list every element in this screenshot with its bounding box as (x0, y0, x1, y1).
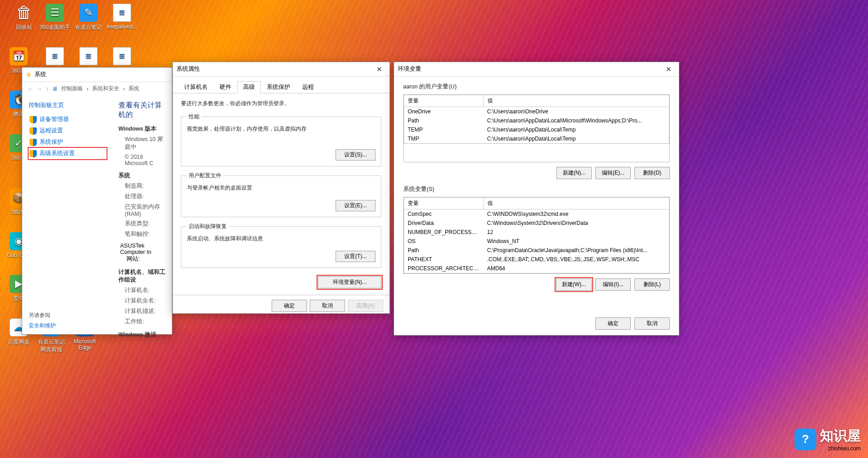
tab-advanced[interactable]: 高级 (237, 81, 261, 93)
winver-line: Windows 10 家庭中 (125, 136, 166, 151)
tab-hardware[interactable]: 硬件 (214, 81, 237, 93)
sys-row: 已安装的内存(RAM) (125, 203, 166, 217)
nav-back-icon[interactable]: ← (28, 86, 33, 92)
startup-settings-button[interactable]: 设置(T)... (336, 251, 375, 262)
table-row[interactable]: TEMPC:\Users\aaron\AppData\Local\Temp (404, 125, 669, 134)
sys-row: 制造商: (125, 182, 166, 190)
new-sys-button[interactable]: 新建(W)... (556, 278, 592, 291)
watermark-icon: ? (795, 429, 816, 450)
tabs: 计算机名 硬件 高级 系统保护 远程 (173, 77, 390, 93)
var-name: PROCESSOR_ARCHITECTURE (404, 264, 484, 273)
sidebar-title[interactable]: 控制面板主页 (29, 102, 107, 109)
new-user-button[interactable]: 新建(N)... (556, 167, 592, 179)
startup-legend: 启动和故障恢复 (187, 223, 229, 230)
sysprops-body: 要进行大多数更改，你必须作为管理员登录。 性能 视觉效果，处理器计划，内存使用，… (173, 93, 390, 295)
col-header[interactable]: 值 (483, 198, 669, 210)
tab-protection[interactable]: 系统保护 (261, 81, 296, 93)
table-row[interactable]: OSWindows_NT (404, 237, 669, 246)
system-window: 🖥 系统 ← → ↑ 🖥 控制面板 › 系统和安全 › 系统 控制面板主页 设备… (22, 67, 172, 335)
sys-row: 系统类型: (125, 220, 166, 228)
sys-vars-table[interactable]: 变量值 ComSpecC:\WINDOWS\system32\cmd.exeDr… (403, 197, 670, 274)
breadcrumb-seg[interactable]: 系统 (128, 85, 139, 93)
desktop-icon[interactable]: ≡ (106, 47, 138, 67)
sidebar-item-protection[interactable]: 系统保护 (29, 136, 107, 148)
table-row[interactable]: PathC:\Users\aaron\AppData\Local\Microso… (404, 116, 669, 125)
tab-remote[interactable]: 远程 (296, 81, 320, 93)
var-name: PATHEXT (404, 255, 484, 264)
shield-icon (29, 139, 37, 146)
col-header[interactable]: 值 (483, 95, 669, 107)
tab-computername[interactable]: 计算机名 (178, 81, 214, 93)
table-row[interactable]: NUMBER_OF_PROCESSORS12 (404, 228, 669, 237)
name-row: 计算机全名: (125, 297, 166, 305)
performance-group: 性能 视觉效果，处理器计划，内存使用，以及虚拟内存 设置(S)... (181, 113, 381, 166)
env-titlebar[interactable]: 环境变量 ✕ (394, 62, 679, 77)
sysprops-titlebar[interactable]: 系统属性 ✕ (173, 62, 390, 77)
sidebar-item-device-manager[interactable]: 设备管理器 (29, 114, 107, 125)
desktop-icon[interactable]: ✎有道云笔记 (73, 4, 104, 31)
cancel-button[interactable]: 取消 (310, 300, 345, 312)
app-icon: ☰ (46, 4, 64, 22)
section-head: 系统 (118, 172, 130, 179)
env-ok-button[interactable]: 确定 (595, 317, 631, 330)
desktop-icon[interactable]: ≡keepalived... (106, 4, 138, 30)
name-row: 计算机描述: (125, 307, 166, 315)
sys-vars-label: 系统变量(S) (403, 185, 670, 193)
breadcrumb-seg[interactable]: 控制面板 (61, 85, 83, 93)
nav-fwd-icon[interactable]: → (37, 86, 42, 92)
sidebar-footer: 另请参阅 安全和维护 (29, 312, 56, 330)
sys-row: 笔和触控: (125, 230, 166, 238)
user-vars-group: aaron 的用户变量(U) 变量值 OneDriveC:\Users\aaro… (403, 83, 670, 179)
edit-user-button[interactable]: 编辑(E)... (595, 167, 631, 179)
env-cancel-button[interactable]: 取消 (634, 317, 670, 330)
table-row[interactable]: TMPC:\Users\aaron\AppData\Local\Temp (404, 134, 669, 144)
desktop-icon[interactable]: ≡ (73, 47, 104, 67)
app-icon: 📅 (10, 47, 28, 65)
var-value: C:\Users\aaron\AppData\Local\Microsoft\W… (483, 116, 669, 125)
nav-up-icon[interactable]: ↑ (46, 86, 49, 92)
perf-settings-button[interactable]: 设置(S)... (336, 149, 375, 161)
footer-head: 另请参阅 (29, 312, 56, 319)
sys-row: 处理器: (125, 193, 166, 200)
edit-sys-button[interactable]: 编辑(I)... (595, 278, 631, 291)
var-name: TEMP (404, 125, 484, 134)
close-icon[interactable]: ✕ (372, 65, 386, 73)
breadcrumb-seg[interactable]: 系统和安全 (92, 85, 119, 93)
section-head: Windows 激活 (118, 331, 156, 338)
section-head: Windows 版本 (118, 126, 156, 132)
var-name: OS (404, 237, 484, 246)
var-value: C:\ProgramData\Oracle\Java\javapath;C:\P… (483, 246, 669, 255)
system-window-titlebar[interactable]: 🖥 系统 (22, 68, 172, 82)
desktop-icon[interactable]: 🗑回收站 (8, 4, 40, 31)
env-dialog: 环境变量 ✕ aaron 的用户变量(U) 变量值 OneDriveC:\Use… (394, 62, 679, 336)
profile-settings-button[interactable]: 设置(E)... (336, 200, 375, 211)
var-value: AMD64 (483, 264, 669, 273)
table-row[interactable]: OneDriveC:\Users\aaron\OneDrive (404, 107, 669, 117)
intro-text: 要进行大多数更改，你必须作为管理员登录。 (181, 100, 381, 107)
perf-legend: 性能 (187, 113, 201, 121)
col-header[interactable]: 变量 (404, 198, 484, 210)
delete-user-button[interactable]: 删除(D) (634, 167, 670, 179)
desktop-icon[interactable]: ≡ (39, 47, 71, 67)
user-vars-table[interactable]: 变量值 OneDriveC:\Users\aaron\OneDrivePathC… (403, 94, 670, 162)
desktop-icon[interactable]: ☰360桌面助手 (39, 4, 71, 31)
sidebar-item-remote[interactable]: 远程设置 (29, 125, 107, 136)
copyright-line: © 2018 Microsoft C (125, 154, 166, 166)
var-value: 12 (483, 228, 669, 237)
ok-button[interactable]: 确定 (272, 300, 307, 312)
sysprops-title: 系统属性 (176, 65, 372, 73)
table-row[interactable]: ComSpecC:\WINDOWS\system32\cmd.exe (404, 210, 669, 219)
col-header[interactable]: 变量 (404, 95, 484, 107)
env-variables-button[interactable]: 环境变量(N)... (318, 276, 381, 288)
delete-sys-button[interactable]: 删除(L) (634, 278, 670, 291)
close-icon[interactable]: ✕ (662, 65, 675, 73)
breadcrumb[interactable]: ← → ↑ 🖥 控制面板 › 系统和安全 › 系统 (22, 82, 172, 95)
sidebar-item-advanced[interactable]: 高级系统设置 (29, 148, 107, 159)
page-title: 查看有关计算机的 (118, 101, 166, 120)
table-row[interactable]: DriverDataC:\Windows\System32\Drivers\Dr… (404, 219, 669, 228)
security-link[interactable]: 安全和维护 (29, 322, 56, 330)
table-row[interactable]: PROCESSOR_ARCHITECTUREAMD64 (404, 264, 669, 273)
table-row[interactable]: PathC:\ProgramData\Oracle\Java\javapath;… (404, 246, 669, 255)
var-name: NUMBER_OF_PROCESSORS (404, 228, 484, 237)
table-row[interactable]: PATHEXT.COM;.EXE;.BAT;.CMD;.VBS;.VBE;.JS… (404, 255, 669, 264)
